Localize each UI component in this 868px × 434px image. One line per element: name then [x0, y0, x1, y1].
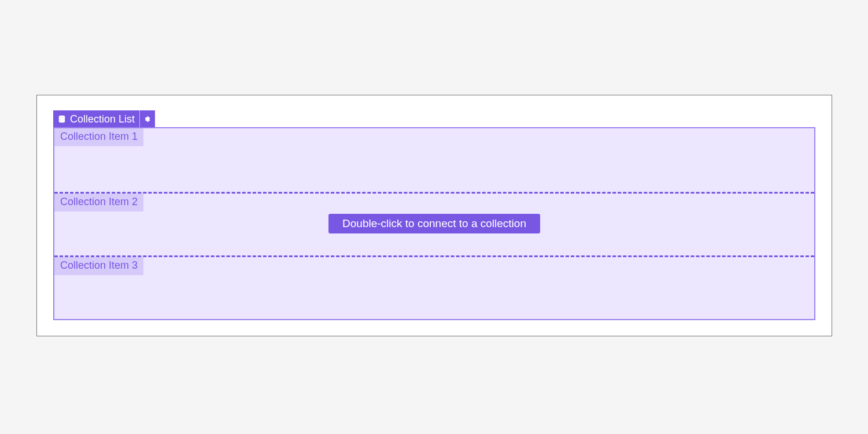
database-icon — [58, 115, 66, 123]
settings-button[interactable] — [140, 110, 155, 127]
collection-list[interactable]: Collection Item 1 Collection Item 2 Coll… — [53, 127, 815, 320]
collection-list-tab[interactable]: Collection List — [53, 110, 140, 127]
collection-list-header[interactable]: Collection List — [53, 110, 155, 127]
collection-item-label: Collection Item 1 — [54, 128, 143, 146]
collection-item[interactable]: Collection Item 1 — [54, 128, 814, 192]
canvas-frame: Collection List Collection Item 1 Collec… — [36, 95, 832, 336]
connect-collection-button[interactable]: Double-click to connect to a collection — [328, 214, 540, 233]
collection-item[interactable]: Collection Item 3 — [54, 255, 814, 319]
collection-list-title: Collection List — [70, 114, 135, 124]
collection-item-label: Collection Item 2 — [54, 194, 143, 212]
collection-item-label: Collection Item 3 — [54, 257, 143, 275]
gear-icon — [143, 115, 152, 123]
svg-point-0 — [59, 115, 65, 117]
